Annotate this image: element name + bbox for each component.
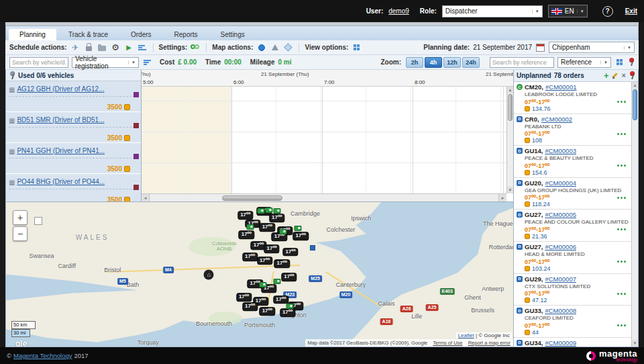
map-ruler-icon[interactable] [270, 42, 280, 52]
vehicle-name-link[interactable]: PO44 BHG (Driver of PO44... [17, 178, 105, 185]
scroll-down-arrow[interactable]: ▼ [632, 340, 638, 347]
lock-icon[interactable] [84, 42, 94, 52]
zoom-option[interactable]: 4h [425, 57, 442, 68]
time-marker[interactable]: 17⁰⁰ [274, 259, 290, 268]
timeline-horizontal-scrollbar[interactable]: ◂ ▸ [142, 193, 506, 201]
zoom-option[interactable]: 12h [443, 57, 461, 68]
sort-icon[interactable] [142, 57, 152, 67]
drag-handle-icon[interactable] [9, 83, 15, 95]
calendar-icon[interactable] [535, 42, 545, 52]
time-marker[interactable]: 17⁰⁰ [293, 232, 309, 240]
time-marker[interactable]: 17⁰⁰ [273, 295, 288, 304]
time-marker[interactable]: 17⁰⁰ [242, 303, 258, 312]
scroll-thumb[interactable] [633, 89, 637, 120]
drag-handle-icon[interactable] [9, 144, 15, 156]
help-button[interactable]: ? [602, 6, 613, 17]
scroll-up-arrow[interactable]: ▲ [507, 87, 513, 93]
vehicle-row[interactable]: PO44 BHG (Driver of PO44... 3500 [6, 174, 141, 201]
order-reference-link[interactable]: #CM00002 [541, 116, 572, 123]
tab[interactable]: Reports [164, 29, 209, 40]
order-item[interactable]: C CM20, #CM00001 LEABROOK LODGE LIMITED … [514, 82, 631, 114]
language-select[interactable]: EN [548, 5, 588, 17]
order-item[interactable]: D GU34, #CM00009 JUAN LIMITED 07⁰⁰-17⁰⁰ [514, 338, 631, 347]
order-reference-link[interactable]: #CM00003 [545, 147, 576, 154]
truck-icon[interactable] [273, 279, 280, 284]
add-order-button[interactable]: + [604, 71, 609, 80]
leaflet-link[interactable]: Leaflet [458, 332, 474, 338]
reference-search-input[interactable] [490, 57, 554, 68]
map-layers-icon[interactable] [283, 42, 293, 52]
truck-icon[interactable] [286, 304, 294, 309]
tab[interactable]: Planning [9, 29, 56, 40]
order-item[interactable]: D GU27, #CM00006 HEAD & MORE LIMITED 07⁰… [514, 242, 631, 274]
tab[interactable]: Track & trace [58, 29, 119, 40]
order-reference-link[interactable]: #CM00004 [545, 179, 576, 187]
send-schedule-icon[interactable]: ✈ [70, 42, 80, 52]
map-zoom-out-button[interactable]: − [13, 226, 28, 241]
link-settings-icon[interactable] [191, 42, 201, 52]
time-marker[interactable]: 17⁰⁰ [269, 214, 284, 222]
report-map-error-link[interactable]: Report a map error [468, 340, 511, 346]
reference-filter-select[interactable]: Reference [557, 57, 611, 68]
order-item[interactable]: D GU33, #CM00008 CEAFORD LIMITED 07⁰⁰-17… [514, 306, 631, 338]
order-reference-link[interactable]: #CM00009 [545, 339, 576, 347]
map-circle-icon[interactable] [256, 42, 266, 52]
depot-select[interactable]: Chippenham [549, 42, 635, 53]
scroll-thumb[interactable] [508, 94, 513, 121]
vehicle-search-input[interactable] [9, 57, 68, 68]
drag-handle-icon[interactable] [9, 113, 15, 126]
time-marker[interactable]: 17⁰⁰ [281, 273, 297, 281]
time-marker[interactable]: 17⁰⁰ [260, 223, 275, 232]
time-marker[interactable]: 17⁰⁰ [242, 253, 258, 261]
map-control-box[interactable] [34, 217, 42, 225]
pin-orders-icon[interactable] [629, 71, 635, 80]
scroll-thumb[interactable] [222, 195, 282, 201]
panel-grid-icon[interactable] [614, 57, 625, 67]
depot-home-icon[interactable]: ⌂ [204, 269, 214, 279]
time-marker[interactable]: 17⁰⁰ [239, 230, 254, 239]
time-marker[interactable]: 17⁰⁰ [237, 211, 253, 220]
vehicle-row[interactable]: AG12 GBH (Driver of AG12... 3500 [6, 81, 141, 112]
vehicle-row[interactable]: PN41 GGH (Driver of PN41... 3500 [6, 143, 141, 174]
vehicle-name-link[interactable]: AG12 GBH (Driver of AG12... [17, 85, 104, 93]
time-marker[interactable]: 17⁰⁰ [236, 293, 252, 302]
exit-link[interactable]: Exit [625, 7, 637, 15]
truck-icon[interactable] [257, 208, 264, 214]
time-marker[interactable]: 17⁰⁰ [260, 307, 275, 316]
view-grid-icon[interactable] [352, 42, 362, 52]
order-reference-link[interactable]: #CM00008 [545, 307, 576, 314]
gantt-grid[interactable] [142, 87, 506, 193]
truck-icon[interactable] [279, 229, 286, 234]
vehicle-name-link[interactable]: BD51 SMR (Driver of BD51... [17, 116, 104, 124]
truck-icon[interactable] [265, 208, 272, 213]
map-panel[interactable]: CambridgeIpswichColchesterWALESCotswolds… [6, 201, 513, 347]
scroll-up-arrow[interactable]: ▲ [632, 82, 638, 89]
vehicle-filter-select[interactable]: Vehicle registration [72, 57, 139, 68]
tab[interactable]: Settings [210, 29, 256, 40]
terms-of-use-link[interactable]: Terms of Use [433, 340, 462, 346]
time-marker[interactable]: 17⁰⁰ [264, 245, 279, 254]
order-item[interactable]: D GU20, #CM00004 GEA GROUP HOLDINGS (UK)… [514, 178, 631, 210]
gantt-icon[interactable] [138, 42, 148, 52]
truck-icon[interactable] [294, 226, 301, 231]
order-reference-link[interactable]: #CM00006 [545, 243, 576, 251]
order-item[interactable]: D GU29, #CM00007 CTX SOLUTIONS LIMITED 0… [514, 274, 631, 306]
time-marker[interactable]: 17⁰⁰ [282, 248, 298, 257]
orders-scrollbar[interactable]: ▲ ▼ [631, 82, 638, 347]
company-link[interactable]: Magenta Technology [13, 352, 72, 359]
timeline-vertical-scrollbar[interactable]: ▲ ▼ [506, 87, 513, 193]
pin-vehicles-icon[interactable] [9, 71, 15, 80]
order-item[interactable]: D GU27, #CM00005 PEACE AND COLOUR GALLER… [514, 210, 631, 242]
folder-icon[interactable] [97, 42, 107, 52]
pin-panel-icon[interactable] [628, 58, 635, 66]
order-reference-link[interactable]: #CM00001 [545, 83, 576, 91]
delete-order-icon[interactable]: × [622, 72, 626, 79]
order-item[interactable]: D CR0, #CM00002 PEABANK LTD 07⁰⁰-17⁰⁰ [514, 114, 631, 146]
edit-order-icon[interactable] [612, 72, 619, 79]
order-item[interactable]: D GU14, #CM00003 PEACE & BEAUTY LIMITED … [514, 146, 631, 178]
user-name-link[interactable]: demo9 [388, 7, 409, 15]
run-optimization-icon[interactable]: ▶ [124, 42, 134, 52]
order-reference-link[interactable]: #CM00005 [545, 211, 576, 218]
tab[interactable]: Orders [120, 29, 162, 40]
order-reference-link[interactable]: #CM00007 [545, 275, 576, 283]
